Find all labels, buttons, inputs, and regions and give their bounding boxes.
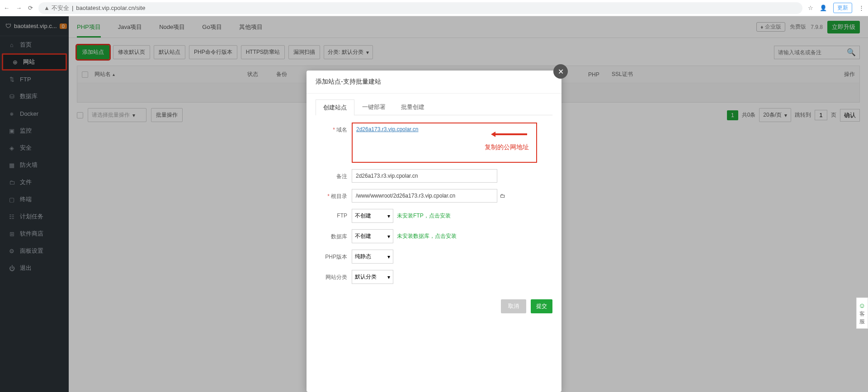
cancel-button[interactable]: 取消 [501, 299, 526, 313]
php-select[interactable]: 纯静态▾ [352, 250, 393, 264]
root-input[interactable] [352, 189, 497, 203]
annotation-text: 复制的公网地址 [485, 143, 529, 151]
modal-tab-create[interactable]: 创建站点 [316, 99, 354, 115]
db-select[interactable]: 不创建▾ [352, 229, 393, 243]
chevron-down-icon: ▾ [387, 254, 390, 260]
remark-input[interactable] [352, 169, 497, 183]
support-button[interactable]: ☺ 客服 [856, 298, 868, 329]
profile-icon[interactable]: 👤 [820, 5, 827, 11]
domain-highlight-box: 2d26a173.r3.vip.cpolar.cn 复制的公网地址 [352, 123, 537, 163]
back-icon[interactable]: ← [4, 5, 9, 11]
domain-link[interactable]: 2d26a173.r3.vip.cpolar.cn [356, 126, 418, 132]
insecure-icon: ▲ [44, 5, 50, 11]
menu-icon[interactable]: ⋮ [859, 5, 864, 11]
modal-overlay: ✕ 添加站点-支持批量建站 创建站点 一键部署 批量创建 *域名 2d26a17… [0, 16, 868, 392]
star-icon[interactable]: ☆ [808, 5, 813, 11]
support-label: 客服 [859, 310, 866, 326]
db-tip[interactable]: 未安装数据库，点击安装 [397, 232, 457, 240]
folder-browse-icon[interactable]: 🗀 [500, 193, 505, 199]
forward-icon[interactable]: → [16, 5, 22, 11]
ftp-select[interactable]: 不创建▾ [352, 209, 393, 223]
label-category: 网站分类 [326, 274, 347, 280]
submit-button[interactable]: 提交 [531, 299, 552, 313]
svg-marker-0 [491, 132, 527, 137]
chevron-down-icon: ▾ [387, 213, 390, 219]
modal-tab-batch[interactable]: 批量创建 [393, 99, 432, 115]
label-php: PHP版本 [325, 254, 347, 260]
label-root: 根目录 [331, 193, 347, 199]
label-db: 数据库 [331, 233, 347, 240]
chevron-down-icon: ▾ [387, 274, 390, 280]
add-site-modal: ✕ 添加站点-支持批量建站 创建站点 一键部署 批量创建 *域名 2d26a17… [307, 71, 561, 392]
browser-bar: ← → ⟳ ▲不安全 | baotatest.vip.cpolar.cn/sit… [0, 0, 868, 16]
label-remark: 备注 [336, 173, 347, 179]
modal-tab-deploy[interactable]: 一键部署 [354, 99, 393, 115]
modal-tabs: 创建站点 一键部署 批量创建 [316, 99, 552, 115]
modal-title: 添加站点-支持批量建站 [307, 71, 561, 94]
url-text: baotatest.vip.cpolar.cn/site [76, 5, 145, 11]
reload-icon[interactable]: ⟳ [28, 5, 33, 11]
ftp-tip[interactable]: 未安装FTP，点击安装 [397, 212, 451, 220]
label-ftp: FTP [337, 213, 347, 219]
annotation-arrow [491, 132, 527, 137]
support-icon: ☺ [859, 301, 866, 310]
update-button[interactable]: 更新 [833, 3, 852, 13]
close-icon[interactable]: ✕ [553, 64, 568, 79]
insecure-label: 不安全 [52, 4, 69, 12]
chevron-down-icon: ▾ [387, 233, 390, 240]
label-domain: 域名 [336, 127, 347, 133]
address-bar[interactable]: ▲不安全 | baotatest.vip.cpolar.cn/site [38, 2, 802, 14]
category-select[interactable]: 默认分类▾ [352, 270, 393, 284]
